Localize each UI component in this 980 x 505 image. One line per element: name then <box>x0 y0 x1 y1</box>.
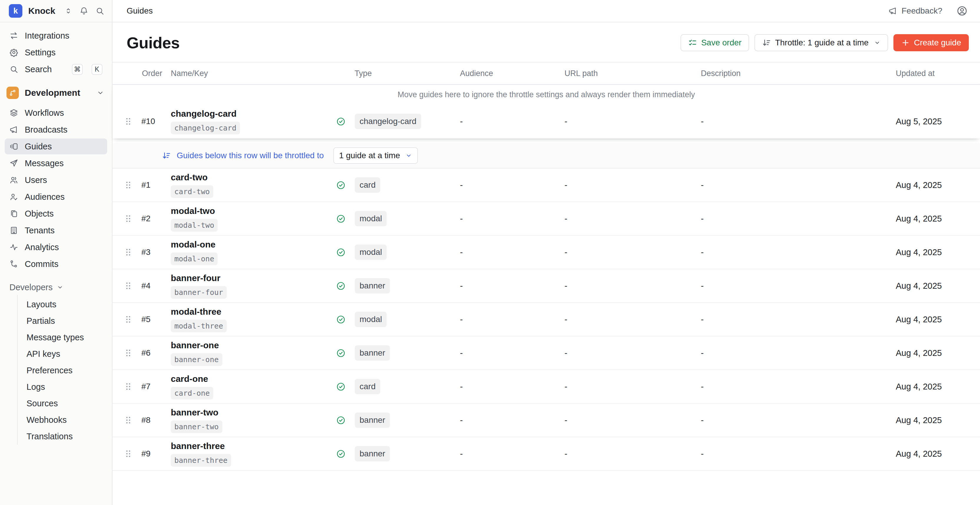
type-badge: banner <box>355 446 390 461</box>
guide-key-badge: modal-one <box>171 253 218 265</box>
type-badge: banner <box>355 413 390 428</box>
developers-section-toggle[interactable]: Developers <box>5 280 107 295</box>
drag-handle-icon[interactable] <box>126 382 131 391</box>
audience-value: - <box>460 281 565 291</box>
sidebar-item-logs[interactable]: Logs <box>18 379 107 395</box>
url-path-value: - <box>565 449 701 459</box>
bell-icon[interactable] <box>80 6 88 15</box>
search-icon[interactable] <box>95 6 104 15</box>
sidebar-item-label: Search <box>25 65 65 74</box>
description-value: - <box>701 117 896 126</box>
url-path-value: - <box>565 416 701 425</box>
description-value: - <box>701 382 896 392</box>
drag-handle-icon[interactable] <box>126 215 131 223</box>
guide-key-badge: changelog-card <box>171 122 240 134</box>
table-row[interactable]: #4 banner-four banner-four banner - - - … <box>113 269 980 303</box>
git-branch-icon <box>6 87 19 99</box>
drag-handle-icon[interactable] <box>126 117 131 126</box>
sidebar-item-label: Commits <box>25 259 102 269</box>
create-guide-label: Create guide <box>914 38 961 48</box>
drag-handle-icon[interactable] <box>126 416 131 424</box>
sidebar-item-label: Settings <box>25 48 102 57</box>
chevrons-up-down-icon[interactable] <box>64 7 72 15</box>
create-guide-button[interactable]: Create guide <box>893 34 969 51</box>
sidebar-item-settings[interactable]: Settings <box>5 45 107 61</box>
sidebar-item-translations[interactable]: Translations <box>18 428 107 444</box>
audience-value: - <box>460 416 565 425</box>
drag-handle-icon[interactable] <box>126 248 131 256</box>
table-row[interactable]: #3 modal-one modal-one modal - - - Aug 4… <box>113 236 980 269</box>
guide-name: modal-two <box>171 206 215 216</box>
developers-sub-list: Layouts Partials Message types API keys … <box>17 295 107 444</box>
sidebar-item-partials[interactable]: Partials <box>18 312 107 329</box>
main-area: Guides Feedback? Guides Save order Throt… <box>113 0 980 505</box>
account-menu-button[interactable] <box>956 5 967 16</box>
col-description: Description <box>701 69 896 78</box>
sidebar-item-label: Tenants <box>25 226 102 236</box>
drag-handle-icon[interactable] <box>126 282 131 290</box>
table-row[interactable]: #1 card-two card-two card - - - Aug 4, 2… <box>113 169 980 202</box>
kbd-k: K <box>92 64 102 75</box>
megaphone-icon <box>10 125 18 134</box>
sidebar-item-guides[interactable]: Guides <box>5 139 107 155</box>
sidebar-item-messages[interactable]: Messages <box>5 155 107 171</box>
guide-key-badge: banner-three <box>171 454 231 467</box>
sidebar-item-layouts[interactable]: Layouts <box>18 296 107 312</box>
table-row[interactable]: #8 banner-two banner-two banner - - - Au… <box>113 404 980 437</box>
table-row[interactable]: #2 modal-two modal-two modal - - - Aug 4… <box>113 202 980 236</box>
drag-handle-icon[interactable] <box>126 181 131 189</box>
drag-handle-icon[interactable] <box>126 449 131 458</box>
throttle-dropdown-button[interactable]: Throttle: 1 guide at a time <box>754 34 888 51</box>
page-title: Guides <box>127 33 681 52</box>
users-icon <box>10 175 18 185</box>
guide-name: modal-one <box>171 239 216 250</box>
sidebar-item-sources[interactable]: Sources <box>18 395 107 412</box>
type-badge: modal <box>355 211 387 226</box>
description-value: - <box>701 247 896 257</box>
sidebar-item-label: Workflows <box>25 108 102 118</box>
table-row[interactable]: #9 banner-three banner-three banner - - … <box>113 437 980 471</box>
plus-icon <box>901 38 910 47</box>
updated-at-value: Aug 4, 2025 <box>896 382 980 392</box>
audience-value: - <box>460 449 565 459</box>
sidebar-item-preferences[interactable]: Preferences <box>18 362 107 379</box>
throttle-count-select[interactable]: 1 guide at a time <box>333 147 418 164</box>
table-row[interactable]: #10 changelog-card changelog-card change… <box>113 104 980 139</box>
sidebar-item-users[interactable]: Users <box>5 172 107 188</box>
knock-logo: k <box>9 4 22 18</box>
chevron-down-icon <box>406 152 412 159</box>
drag-handle-icon[interactable] <box>126 349 131 357</box>
sidebar-item-search[interactable]: Search ⌘ K <box>5 61 107 77</box>
description-value: - <box>701 180 896 190</box>
save-order-button[interactable]: Save order <box>681 34 749 51</box>
sidebar-item-analytics[interactable]: Analytics <box>5 239 107 255</box>
active-check-icon <box>336 349 345 358</box>
sidebar-item-objects[interactable]: Objects <box>5 206 107 221</box>
sidebar-item-workflows[interactable]: Workflows <box>5 105 107 121</box>
order-number: #3 <box>142 247 151 257</box>
sidebar-item-label: Sources <box>27 399 58 408</box>
developers-section-label: Developers <box>10 282 53 292</box>
sidebar-item-commits[interactable]: Commits <box>5 256 107 272</box>
sidebar-nav: Integrations Settings Search ⌘ K Develop… <box>0 22 112 450</box>
col-url-path: URL path <box>565 69 701 78</box>
order-number: #9 <box>142 449 151 459</box>
order-number: #8 <box>142 416 151 425</box>
feedback-button[interactable]: Feedback? <box>888 6 942 16</box>
sidebar-item-api-keys[interactable]: API keys <box>18 346 107 362</box>
environment-name: Development <box>25 88 91 98</box>
sidebar-item-webhooks[interactable]: Webhooks <box>18 412 107 428</box>
sidebar-item-tenants[interactable]: Tenants <box>5 223 107 238</box>
drag-handle-icon[interactable] <box>126 315 131 323</box>
sidebar-item-message-types[interactable]: Message types <box>18 329 107 346</box>
sidebar-item-integrations[interactable]: Integrations <box>5 28 107 44</box>
sidebar-item-broadcasts[interactable]: Broadcasts <box>5 122 107 138</box>
table-row[interactable]: #6 banner-one banner-one banner - - - Au… <box>113 336 980 370</box>
col-updated-at: Updated at <box>896 69 980 78</box>
table-row[interactable]: #7 card-one card-one card - - - Aug 4, 2… <box>113 370 980 404</box>
audience-value: - <box>460 214 565 224</box>
type-badge: banner <box>355 345 390 361</box>
sidebar-item-audiences[interactable]: Audiences <box>5 189 107 205</box>
table-row[interactable]: #5 modal-three modal-three modal - - - A… <box>113 303 980 336</box>
environment-switcher[interactable]: Development <box>5 84 107 102</box>
